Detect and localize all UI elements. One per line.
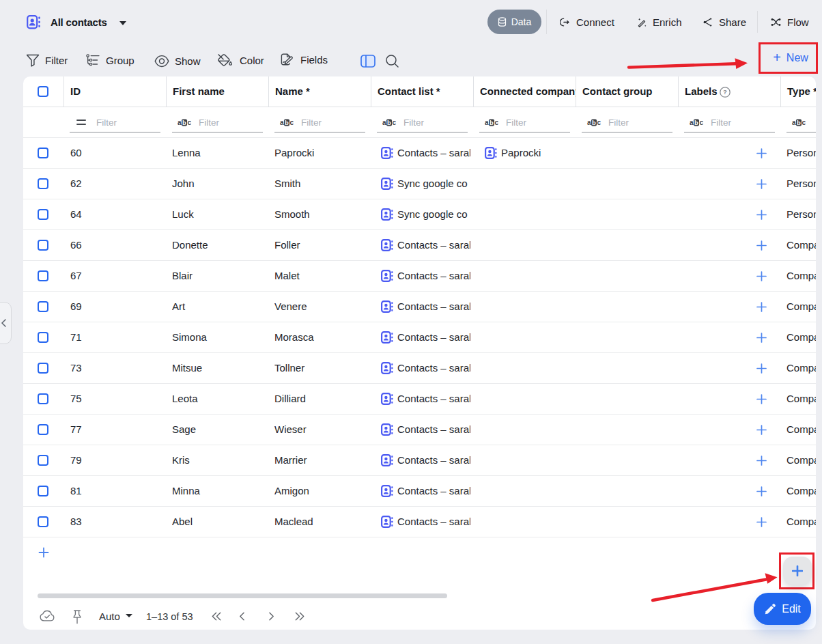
svg-text:?: ? [723,88,727,96]
